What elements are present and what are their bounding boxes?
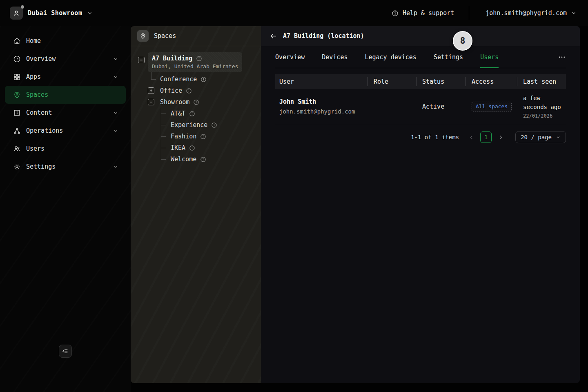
info-icon[interactable] (189, 145, 195, 151)
sidebar-item-content[interactable]: Content (5, 104, 126, 122)
chevron-down-icon (571, 10, 577, 16)
spaces-panel-title: Spaces (154, 32, 176, 40)
column-header-user: User (275, 74, 368, 89)
tree-connector (161, 114, 166, 114)
tree-node[interactable]: Welcome (131, 154, 261, 165)
tree-node-label: AT&T (171, 110, 185, 117)
apps-grid-icon (13, 73, 21, 81)
page-title: A7 Building (location) (283, 32, 364, 40)
tab-devices[interactable]: Devices (322, 46, 347, 68)
tree-node-label: Experience (171, 121, 207, 129)
pagination-summary: 1-1 of 1 items (411, 134, 459, 140)
page-number-button[interactable]: 1 (480, 131, 492, 143)
sidebar-item-label: Apps (26, 73, 41, 80)
user-name: John Smith (279, 98, 368, 105)
users-icon (13, 145, 21, 153)
help-support-label: Help & support (403, 9, 454, 17)
tree-node[interactable]: Showroom (131, 96, 261, 108)
sidebar-item-settings[interactable]: Settings (5, 158, 126, 176)
tree-node[interactable]: AT&T (131, 108, 261, 119)
sidebar-item-overview[interactable]: Overview (5, 50, 126, 68)
table-header-row: User Role Status Access Last seen (275, 74, 566, 89)
info-icon[interactable] (196, 56, 202, 62)
sidebar-item-home[interactable]: Home (5, 32, 126, 50)
tree-node[interactable]: Conference (131, 74, 261, 85)
page-size-select[interactable]: 20 / page (515, 131, 566, 143)
tree-node-label: Conference (160, 76, 197, 83)
tab-overview[interactable]: Overview (275, 46, 305, 68)
access-cell: All spaces (466, 102, 517, 111)
chevron-down-icon (113, 110, 118, 116)
help-support-link[interactable]: Help & support (392, 9, 454, 17)
sidebar-item-label: Content (26, 109, 52, 116)
detail-header: A7 Building (location) (261, 26, 580, 46)
info-icon[interactable] (193, 99, 199, 105)
topbar-right: Help & support john.smith@phygrid.com (392, 6, 588, 20)
tree-node-label: A7 Building (152, 55, 192, 62)
status-value: Active (422, 103, 444, 110)
sidebar-item-apps[interactable]: Apps (5, 68, 126, 86)
back-arrow-icon[interactable] (270, 32, 277, 40)
user-email: john.smith@phygrid.com (279, 108, 368, 115)
gauge-icon (13, 55, 21, 63)
tree-node-label: Welcome (171, 156, 196, 163)
collapse-node-icon[interactable] (148, 99, 154, 105)
account-menu[interactable]: john.smith@phygrid.com (486, 9, 577, 17)
next-page-icon[interactable] (496, 132, 506, 142)
detail-tabs: Overview Devices Legacy devices Settings… (275, 46, 566, 68)
chevron-down-icon (113, 128, 118, 134)
table-row[interactable]: John Smith john.smith@phygrid.com Active… (275, 89, 566, 124)
tab-users[interactable]: Users (480, 46, 499, 68)
access-badge: All spaces (472, 102, 512, 111)
last-seen-relative: a few seconds ago (523, 94, 564, 111)
info-icon[interactable] (211, 122, 217, 128)
chevron-down-icon (113, 164, 118, 169)
tree-node[interactable]: IKEA (131, 142, 261, 154)
org-switcher[interactable]: Dubai Showroom (10, 7, 93, 20)
question-circle-icon (392, 10, 399, 17)
tree-node[interactable]: Experience (131, 119, 261, 131)
previous-page-icon[interactable] (466, 132, 476, 142)
tree-connector (161, 125, 166, 125)
tree-connector (151, 79, 156, 80)
tree-node[interactable]: Fashion (131, 131, 261, 142)
sidebar-item-operations[interactable]: Operations (5, 122, 126, 140)
tree-connector (161, 154, 161, 159)
tree-node-label: Showroom (160, 98, 189, 106)
org-avatar (10, 7, 23, 20)
more-options-icon[interactable] (558, 53, 566, 61)
user-cell: John Smith john.smith@phygrid.com (275, 98, 368, 115)
expand-node-icon[interactable] (148, 87, 154, 94)
info-icon[interactable] (186, 88, 192, 94)
spaces-panel: Spaces A7 Building Dub (131, 26, 261, 383)
sidebar-item-label: Overview (26, 55, 56, 62)
collapse-node-icon[interactable] (138, 57, 145, 63)
last-seen-date: 22/01/2026 (523, 113, 566, 119)
sidebar-item-users[interactable]: Users (5, 140, 126, 158)
topbar-divider (469, 6, 469, 20)
chevron-down-icon (556, 135, 561, 140)
app-root: Dubai Showroom Help & support john.smith… (0, 0, 588, 392)
sidebar-item-spaces[interactable]: Spaces (5, 86, 126, 104)
info-icon[interactable] (200, 156, 206, 163)
tour-step-badge: 8 (453, 31, 472, 51)
spaces-tree: A7 Building Dubai, United Arab Emirates … (131, 46, 261, 165)
info-icon[interactable] (200, 134, 206, 140)
chevron-down-icon (113, 74, 118, 80)
info-icon[interactable] (200, 76, 207, 82)
tree-node[interactable]: Office (131, 85, 261, 96)
person-icon (13, 9, 20, 17)
tab-legacy-devices[interactable]: Legacy devices (365, 46, 416, 68)
chevron-down-icon (113, 56, 118, 62)
content-area: Spaces A7 Building Dub (131, 26, 580, 383)
top-bar: Dubai Showroom Help & support john.smith… (0, 0, 588, 26)
tree-node-selected[interactable]: A7 Building Dubai, United Arab Emirates (148, 52, 242, 72)
sidebar-item-label: Operations (26, 127, 63, 134)
chevron-down-icon (87, 10, 93, 16)
collapse-sidebar-button[interactable] (59, 345, 72, 358)
account-email: john.smith@phygrid.com (486, 9, 567, 17)
notification-dot (21, 5, 24, 9)
sidebar-item-label: Spaces (26, 91, 48, 98)
status-cell: Active (416, 102, 466, 110)
info-icon[interactable] (189, 111, 195, 117)
